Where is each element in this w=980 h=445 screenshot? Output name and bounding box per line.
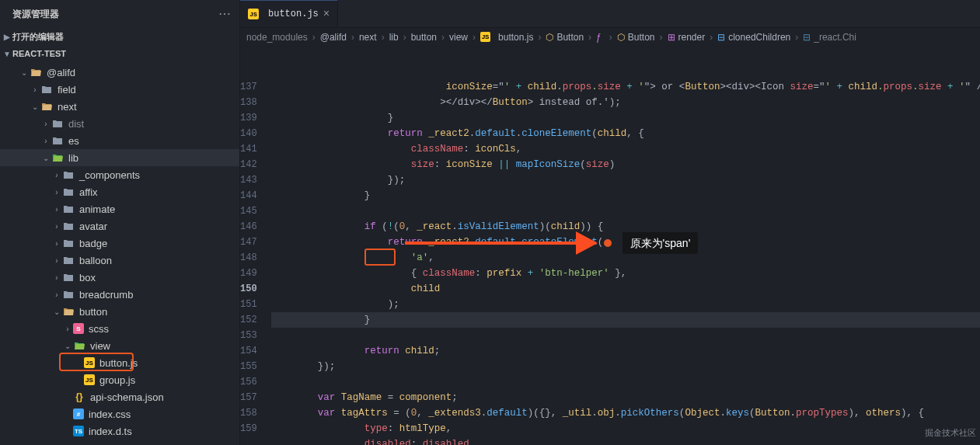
- code-line[interactable]: });: [271, 172, 980, 188]
- chevron-right-icon: ›: [710, 32, 713, 43]
- chevron-right-icon: ›: [40, 120, 51, 128]
- chevron-down-icon: ▼: [2, 50, 12, 58]
- chevron-right-icon: ›: [51, 222, 62, 231]
- breadcrumb-item[interactable]: button: [411, 32, 437, 43]
- breadcrumb-item[interactable]: ⊟_react.Chi: [803, 32, 856, 43]
- folder-icon: [62, 186, 75, 198]
- chevron-right-icon: ›: [473, 32, 476, 43]
- tree-item[interactable]: ⌄view: [0, 337, 239, 354]
- tree-item[interactable]: ›affix: [0, 183, 239, 200]
- folder-icon: [40, 83, 53, 96]
- tree-item[interactable]: ⌄next: [0, 98, 239, 115]
- breadcrumb-item[interactable]: ⬡Button: [546, 32, 584, 43]
- line-number-gutter: 1371381391401411421431441451461471481491…: [240, 47, 271, 445]
- breadcrumb-item[interactable]: ⊟clonedChildren: [717, 32, 790, 43]
- open-editors-section[interactable]: ▶ 打开的编辑器: [0, 28, 239, 45]
- tree-item[interactable]: ›badge: [0, 235, 239, 252]
- js-icon: JS: [480, 32, 490, 42]
- tree-label: badge: [79, 238, 107, 249]
- tree-item[interactable]: ›animate: [0, 200, 239, 217]
- folder-icon: [62, 271, 75, 283]
- tree-item[interactable]: {}api-schema.json: [0, 388, 239, 405]
- tree-item[interactable]: #index.css: [0, 405, 239, 422]
- code-line[interactable]: });: [271, 359, 980, 374]
- code-line[interactable]: type: htmlType,: [271, 421, 980, 436]
- code-line[interactable]: 'a',: [271, 250, 980, 266]
- chevron-right-icon: ›: [351, 32, 354, 43]
- code-line[interactable]: );: [271, 297, 980, 312]
- chevron-down-icon: ⌄: [51, 308, 62, 316]
- code-line[interactable]: [271, 374, 980, 390]
- watermark: 掘金技术社区: [925, 425, 976, 440]
- code-line[interactable]: child: [271, 281, 980, 297]
- tree-label: affix: [79, 186, 98, 198]
- tree-item[interactable]: ›es: [0, 132, 239, 149]
- chevron-down-icon: ⌄: [30, 103, 40, 111]
- tree-item[interactable]: ⌄@alifd: [0, 64, 239, 81]
- more-icon[interactable]: ···: [219, 9, 232, 19]
- tree-item[interactable]: ›Sscss: [0, 320, 239, 337]
- chevron-right-icon: ›: [588, 32, 591, 43]
- tree-item[interactable]: ⌄button: [0, 303, 239, 320]
- breadcrumb-item[interactable]: node_modules: [246, 32, 308, 43]
- tree-item[interactable]: ›_components: [0, 166, 239, 183]
- js-icon: JS: [84, 357, 95, 368]
- code-line[interactable]: disabled: disabled,: [271, 436, 980, 445]
- chevron-right-icon: ›: [795, 32, 798, 43]
- breadcrumb-item[interactable]: JSbutton.js: [480, 32, 533, 43]
- tree-label: field: [58, 84, 76, 96]
- tree-item[interactable]: ›breadcrumb: [0, 286, 239, 303]
- chevron-down-icon: ⌄: [19, 68, 30, 77]
- tab-buttonjs[interactable]: JS button.js ×: [240, 0, 338, 27]
- scss-icon: S: [73, 323, 84, 334]
- tree-item[interactable]: JSbutton.js: [0, 354, 239, 371]
- code-line[interactable]: var TagName = component;: [271, 390, 980, 405]
- tree-label: group.js: [99, 374, 135, 386]
- chevron-right-icon: ›: [609, 32, 612, 43]
- code-body[interactable]: iconSize="' + child.props.size + '"> or …: [271, 47, 980, 445]
- code-line[interactable]: }: [271, 188, 980, 203]
- breadcrumb-item[interactable]: ⬡Button: [617, 32, 655, 43]
- folder-open-icon: [40, 100, 53, 113]
- breadcrumb-item[interactable]: ƒ: [596, 32, 605, 43]
- tree-item[interactable]: ⌄lib: [0, 149, 239, 166]
- variable-icon: ⊟: [803, 32, 811, 43]
- code-line[interactable]: return child;: [271, 343, 980, 359]
- tree-item[interactable]: ›field: [0, 81, 239, 98]
- tree-label: view: [90, 340, 110, 352]
- tree-item[interactable]: TSindex.d.ts: [0, 422, 239, 440]
- code-line[interactable]: }: [271, 110, 980, 126]
- tree-label: index.css: [89, 408, 131, 420]
- chevron-right-icon: ▶: [2, 33, 12, 41]
- project-root-section[interactable]: ▼ REACT-TEST: [0, 45, 239, 62]
- chevron-right-icon: ›: [51, 205, 62, 214]
- code-line[interactable]: return _react2.default.createElement(: [271, 235, 980, 250]
- tree-item[interactable]: ›balloon: [0, 252, 239, 269]
- code-line[interactable]: { className: prefix + 'btn-helper' },: [271, 266, 980, 281]
- code-line[interactable]: [271, 328, 980, 343]
- tree-item[interactable]: ›dist: [0, 115, 239, 132]
- breadcrumb-item[interactable]: next: [359, 32, 377, 43]
- code-line[interactable]: var tagAttrs = (0, _extends3.default)({}…: [271, 405, 980, 421]
- code-line[interactable]: [271, 203, 980, 219]
- breadcrumb-item[interactable]: @alifd: [320, 32, 347, 43]
- close-icon[interactable]: ×: [323, 8, 330, 20]
- code-line[interactable]: }: [271, 312, 980, 328]
- tree-item[interactable]: JSgroup.js: [0, 371, 239, 388]
- breadcrumb-item[interactable]: view: [449, 32, 468, 43]
- ts-icon: TS: [73, 426, 84, 436]
- tree-label: next: [58, 101, 77, 113]
- tree-item[interactable]: ›box: [0, 269, 239, 286]
- breadcrumb[interactable]: node_modules›@alifd›next›lib›button›view…: [240, 28, 980, 47]
- chevron-right-icon: ›: [30, 85, 40, 94]
- code-line[interactable]: className: iconCls,: [271, 141, 980, 157]
- breadcrumb-item[interactable]: lib: [389, 32, 399, 43]
- tree-label: api-schema.json: [90, 391, 164, 403]
- code-line[interactable]: return _react2.default.cloneElement(chil…: [271, 126, 980, 141]
- code-line[interactable]: if (!(0, _react.isValidElement)(child)) …: [271, 219, 980, 235]
- open-editors-label: 打开的编辑器: [12, 31, 64, 43]
- tree-item[interactable]: ›avatar: [0, 217, 239, 235]
- code-line[interactable]: size: iconSize || mapIconSize(size): [271, 157, 980, 172]
- editor-pane: JS button.js × node_modules›@alifd›next›…: [240, 0, 980, 445]
- breadcrumb-item[interactable]: ⊞render: [668, 32, 706, 43]
